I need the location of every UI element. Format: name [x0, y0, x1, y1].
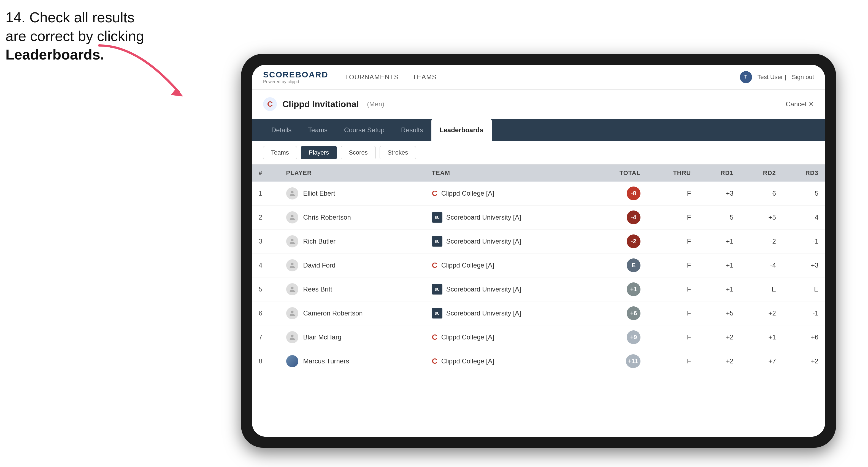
col-rd1: RD1 — [698, 164, 740, 182]
cell-thru: F — [647, 229, 698, 253]
svg-point-1 — [291, 191, 293, 193]
table-row: 5 Rees Britt SU Scoreboard University [A… — [252, 277, 825, 302]
tab-course-setup[interactable]: Course Setup — [336, 119, 393, 141]
cell-pos: 2 — [252, 206, 280, 229]
table-row: 7 Blair McHarg C Clippd College [A] +9 F… — [252, 325, 825, 349]
table-row: 8 Marcus Turners C Clippd College [A] +1… — [252, 349, 825, 373]
cell-player: Rees Britt — [280, 277, 425, 302]
table-row: 2 Chris Robertson SU Scoreboard Universi… — [252, 206, 825, 229]
col-rd2: RD2 — [740, 164, 783, 182]
cell-rd1: +2 — [698, 325, 740, 349]
cell-rd1: +1 — [698, 277, 740, 302]
cell-thru: F — [647, 277, 698, 302]
cell-player: Blair McHarg — [280, 325, 425, 349]
col-rd3: RD3 — [783, 164, 825, 182]
cell-rd3: -5 — [783, 182, 825, 206]
cell-thru: F — [647, 302, 698, 325]
cell-rd2: -4 — [740, 253, 783, 277]
cell-pos: 5 — [252, 277, 280, 302]
tournament-title-area: C Clippd Invitational (Men) — [263, 97, 384, 111]
cell-rd3: +6 — [783, 325, 825, 349]
svg-point-7 — [291, 335, 293, 337]
sign-out-link[interactable]: Sign out — [792, 73, 814, 81]
svg-point-6 — [291, 311, 293, 313]
col-pos: # — [252, 164, 280, 182]
cell-rd2: +5 — [740, 206, 783, 229]
tab-bar: Details Teams Course Setup Results Leade… — [252, 119, 825, 141]
tournament-header: C Clippd Invitational (Men) Cancel ✕ — [252, 90, 825, 119]
table-header-row: # PLAYER TEAM TOTAL THRU RD1 RD2 RD3 — [252, 164, 825, 182]
svg-point-3 — [291, 239, 293, 241]
cell-team: C Clippd College [A] — [425, 349, 592, 373]
table-row: 4 David Ford C Clippd College [A] E F +1… — [252, 253, 825, 277]
tablet-frame: SCOREBOARD Powered by clippd TOURNAMENTS… — [241, 54, 836, 448]
cell-rd1: +1 — [698, 229, 740, 253]
cell-rd2: +2 — [740, 302, 783, 325]
cell-player: Marcus Turners — [280, 349, 425, 373]
svg-marker-0 — [171, 88, 183, 96]
cell-rd1: +2 — [698, 349, 740, 373]
cell-rd3: -1 — [783, 229, 825, 253]
cell-team: SU Scoreboard University [A] — [425, 206, 592, 229]
cell-team: C Clippd College [A] — [425, 182, 592, 206]
cancel-button[interactable]: Cancel ✕ — [786, 100, 814, 108]
cell-player: Cameron Robertson — [280, 302, 425, 325]
cell-thru: F — [647, 182, 698, 206]
cell-pos: 4 — [252, 253, 280, 277]
instruction-block: 14. Check all results are correct by cli… — [5, 8, 144, 64]
nav-items: TOURNAMENTS TEAMS — [345, 70, 740, 84]
cell-rd2: +7 — [740, 349, 783, 373]
cell-rd2: +1 — [740, 325, 783, 349]
cell-total: +11 — [591, 349, 647, 373]
filter-scores-button[interactable]: Scores — [341, 146, 375, 159]
col-total: TOTAL — [591, 164, 647, 182]
filter-teams-button[interactable]: Teams — [263, 146, 297, 159]
cell-total: E — [591, 253, 647, 277]
cell-rd3: -1 — [783, 302, 825, 325]
user-name: Test User | — [757, 73, 786, 81]
logo-sub: Powered by clippd — [263, 79, 328, 84]
cell-team: SU Scoreboard University [A] — [425, 277, 592, 302]
filter-players-button[interactable]: Players — [301, 146, 337, 159]
cell-rd1: -5 — [698, 206, 740, 229]
filter-strokes-button[interactable]: Strokes — [380, 146, 416, 159]
nav-teams[interactable]: TEAMS — [413, 70, 437, 84]
cell-pos: 3 — [252, 229, 280, 253]
cell-player: Rich Butler — [280, 229, 425, 253]
svg-point-4 — [291, 263, 293, 265]
logo-area: SCOREBOARD Powered by clippd — [263, 70, 328, 84]
instruction-line1: 14. Check all results — [5, 9, 134, 25]
cell-rd1: +3 — [698, 182, 740, 206]
nav-tournaments[interactable]: TOURNAMENTS — [345, 70, 399, 84]
tab-results[interactable]: Results — [393, 119, 431, 141]
tab-details[interactable]: Details — [263, 119, 300, 141]
cell-thru: F — [647, 206, 698, 229]
leaderboard-table: # PLAYER TEAM TOTAL THRU RD1 RD2 RD3 1 — [252, 164, 825, 373]
user-avatar: T — [740, 71, 752, 83]
cell-rd2: -2 — [740, 229, 783, 253]
cell-team: C Clippd College [A] — [425, 325, 592, 349]
cell-total: -8 — [591, 182, 647, 206]
cell-rd1: +1 — [698, 253, 740, 277]
tournament-icon: C — [263, 97, 277, 111]
cell-thru: F — [647, 325, 698, 349]
cell-thru: F — [647, 253, 698, 277]
svg-point-5 — [291, 287, 293, 289]
cell-pos: 1 — [252, 182, 280, 206]
cell-total: +6 — [591, 302, 647, 325]
tab-leaderboards[interactable]: Leaderboards — [431, 119, 492, 141]
tab-teams[interactable]: Teams — [300, 119, 336, 141]
cell-total: +1 — [591, 277, 647, 302]
cell-pos: 8 — [252, 349, 280, 373]
col-thru: THRU — [647, 164, 698, 182]
table-row: 6 Cameron Robertson SU Scoreboard Univer… — [252, 302, 825, 325]
cell-total: -2 — [591, 229, 647, 253]
cell-pos: 7 — [252, 325, 280, 349]
app-container: SCOREBOARD Powered by clippd TOURNAMENTS… — [252, 65, 825, 437]
table-row: 3 Rich Butler SU Scoreboard University [… — [252, 229, 825, 253]
tablet-screen: SCOREBOARD Powered by clippd TOURNAMENTS… — [252, 65, 825, 437]
cell-player: Chris Robertson — [280, 206, 425, 229]
cell-player: Elliot Ebert — [280, 182, 425, 206]
col-team: TEAM — [425, 164, 592, 182]
cell-team: C Clippd College [A] — [425, 253, 592, 277]
